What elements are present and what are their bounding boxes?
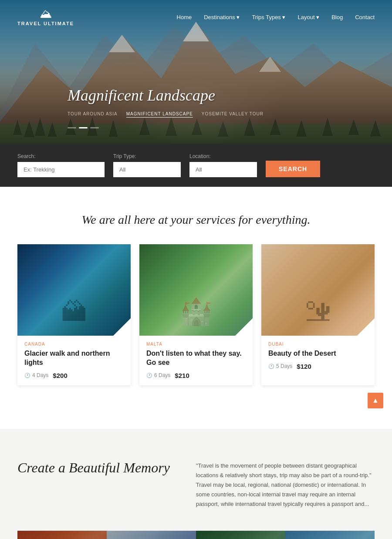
hero-indicator-3[interactable]: YOSEMITE VALLEY TOUR xyxy=(202,111,264,118)
hero-slide-indicators[interactable]: TOUR AROUND ASIA MAGNIFICENT LANDSCAPE Y… xyxy=(68,111,264,118)
tour-card-1[interactable]: CANADA Glacier walk and northern lights … xyxy=(17,244,131,385)
card-price-3: $120 xyxy=(297,363,311,370)
site-logo[interactable]: ⛰ TRAVEL ULTIMATE xyxy=(17,8,74,26)
services-section: We are all here at your services for eve… xyxy=(0,187,392,403)
card-title-3: Beauty of the Desert xyxy=(268,349,368,358)
navbar: ⛰ TRAVEL ULTIMATE Home Destinations ▾ Tr… xyxy=(0,0,392,34)
card-meta-2: 🕐 6 Days $210 xyxy=(146,372,246,379)
location-select[interactable]: All xyxy=(189,162,257,177)
activity-card-jungle-safari[interactable]: 🐯 Jungle Safari 2 Trips xyxy=(196,531,285,539)
scroll-up-button[interactable]: ▲ xyxy=(368,393,383,408)
tour-card-3[interactable]: DUBAI Beauty of the Desert 🕐 5 Days $120 xyxy=(261,244,375,385)
memory-content: Create a Beautiful Memory "Travel is the… xyxy=(17,459,375,509)
nav-item-blog[interactable]: Blog xyxy=(331,14,343,20)
card-region-3: DUBAI xyxy=(268,342,368,347)
hero-dot-1[interactable] xyxy=(68,127,76,128)
nav-item-contact[interactable]: Contact xyxy=(355,14,375,20)
card-image-2 xyxy=(139,244,253,336)
card-corner-3 xyxy=(357,318,375,336)
card-body-2: MALTA Don't listen to what they say. Go … xyxy=(139,336,253,385)
hero-title: Magnificent Landscape xyxy=(68,86,215,104)
card-corner-2 xyxy=(235,318,253,336)
trip-type-label: Trip Type: xyxy=(113,153,181,159)
search-input[interactable] xyxy=(17,162,105,177)
card-title-2: Don't listen to what they say. Go see xyxy=(146,349,246,367)
trip-type-select[interactable]: All xyxy=(113,162,181,177)
card-body-1: CANADA Glacier walk and northern lights … xyxy=(17,336,131,385)
search-field-group: Search: xyxy=(17,153,105,177)
card-region-1: CANADA xyxy=(24,342,124,347)
search-bar: Search: Trip Type: All Location: All sea… xyxy=(0,144,392,187)
card-region-2: MALTA xyxy=(146,342,246,347)
hero-indicator-2[interactable]: MAGNIFICENT LANDSCAPE xyxy=(126,111,193,118)
nav-item-trips-types[interactable]: Trips Types ▾ xyxy=(252,14,285,20)
clock-icon-3: 🕐 xyxy=(268,364,274,369)
activity-overlay-3: Jungle Safari 2 Trips xyxy=(196,531,285,539)
services-title: We are all here at your services for eve… xyxy=(17,213,375,227)
activity-card-ice-surfing[interactable]: ⛷ Ice Surfing 2 Trips xyxy=(107,531,196,539)
search-button[interactable]: searcH xyxy=(266,161,320,177)
activity-overlay-4: Trekking 3 Trips xyxy=(285,531,375,539)
card-price-1: $200 xyxy=(53,372,67,379)
trip-type-field-group: Trip Type: All xyxy=(113,153,181,177)
card-days-2: 🕐 6 Days xyxy=(146,372,170,378)
card-days-3: 🕐 5 Days xyxy=(268,363,292,369)
memory-title: Create a Beautiful Memory xyxy=(17,459,170,509)
card-days-1: 🕐 4 Days xyxy=(24,372,48,378)
tour-card-2[interactable]: MALTA Don't listen to what they say. Go … xyxy=(139,244,253,385)
card-image-1 xyxy=(17,244,131,336)
hero-indicator-1[interactable]: TOUR AROUND ASIA xyxy=(68,111,118,118)
logo-mountain-icon: ⛰ xyxy=(40,8,52,20)
activity-overlay-2: Ice Surfing 2 Trips xyxy=(107,531,196,539)
nav-item-destinations[interactable]: Destinations ▾ xyxy=(204,14,240,20)
activity-card-paragliding[interactable]: 🪂 Paragliding 2 Trips xyxy=(17,531,107,539)
clock-icon-1: 🕐 xyxy=(24,373,30,378)
search-label: Search: xyxy=(17,153,105,159)
card-body-3: DUBAI Beauty of the Desert 🕐 5 Days $120 xyxy=(261,336,375,376)
activity-card-trekking[interactable]: 🧗 Trekking 3 Trips xyxy=(285,531,375,539)
location-label: Location: xyxy=(189,153,257,159)
card-image-3 xyxy=(261,244,375,336)
nav-item-layout[interactable]: Layout ▾ xyxy=(297,14,319,20)
clock-icon-2: 🕐 xyxy=(146,373,152,378)
card-title-1: Glacier walk and northern lights xyxy=(24,349,124,367)
hero-dot-2[interactable] xyxy=(79,127,88,128)
location-field-group: Location: All xyxy=(189,153,257,177)
nav-menu: Home Destinations ▾ Trips Types ▾ Layout… xyxy=(177,13,375,21)
hero-dots xyxy=(68,127,99,128)
activity-overlay-1: Paragliding 2 Trips xyxy=(17,531,107,539)
card-meta-3: 🕐 5 Days $120 xyxy=(268,363,368,370)
card-meta-1: 🕐 4 Days $200 xyxy=(24,372,124,379)
section-spacer xyxy=(0,403,392,429)
card-price-2: $210 xyxy=(175,372,189,379)
card-corner-1 xyxy=(113,318,131,336)
memory-text: "Travel is the movement of people betwee… xyxy=(196,459,375,509)
tour-cards-grid: CANADA Glacier walk and northern lights … xyxy=(17,244,375,385)
hero-dot-3[interactable] xyxy=(90,127,99,128)
memory-section: Create a Beautiful Memory "Travel is the… xyxy=(0,429,392,539)
logo-text: TRAVEL ULTIMATE xyxy=(17,21,74,26)
activity-grid: 🪂 Paragliding 2 Trips ⛷ Ice Surfing 2 Tr… xyxy=(17,531,375,539)
nav-item-home[interactable]: Home xyxy=(177,14,192,20)
